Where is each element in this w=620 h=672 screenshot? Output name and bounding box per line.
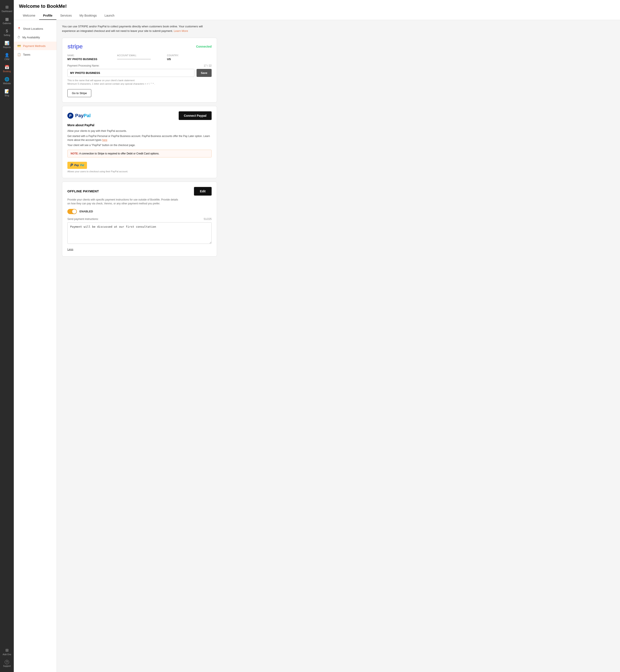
dashboard-icon: ⊞ bbox=[5, 5, 9, 9]
processing-input-row: Save bbox=[67, 69, 212, 77]
offline-header: OFFLINE PAYMENT Edit bbox=[67, 187, 212, 196]
sidebar-item-galleries[interactable]: ▦ Galleries bbox=[0, 15, 14, 27]
booking-icon: 📅 bbox=[4, 65, 9, 69]
instructions-label: Send payment instructions: bbox=[67, 218, 99, 221]
tab-my-bookings[interactable]: My Bookings bbox=[75, 12, 101, 20]
paypal-desc-2: Get started with a PayPal Personal or Pa… bbox=[67, 134, 212, 142]
stripe-header: stripe Connected bbox=[67, 43, 212, 50]
availability-icon: ⏱ bbox=[17, 36, 20, 39]
offline-title: OFFLINE PAYMENT bbox=[67, 189, 99, 193]
stripe-connected-badge: Connected bbox=[196, 45, 212, 48]
left-nav: 📍 Shoot Locations ⏱ My Availability 💳 Pa… bbox=[14, 20, 57, 672]
sidebar-item-addons[interactable]: ⊞ Add-Ons bbox=[0, 646, 14, 658]
sidebar-item-website[interactable]: 🌐 Website bbox=[0, 75, 14, 87]
nav-item-label: Shoot Locations bbox=[23, 27, 43, 30]
intro-text: You can use STRIPE and/or PayPal to coll… bbox=[62, 25, 213, 33]
edit-button[interactable]: Edit bbox=[194, 187, 212, 196]
stripe-country-value: US bbox=[167, 57, 212, 61]
save-button[interactable]: Save bbox=[197, 69, 212, 77]
paypal-subtitle: More about PayPal bbox=[67, 124, 212, 127]
stripe-name-field: NAME: MY PHOTO BUSINESS bbox=[67, 54, 112, 61]
paypal-desc-1: Allow your clients to pay with their Pay… bbox=[67, 129, 212, 133]
processing-name-input[interactable] bbox=[67, 69, 194, 77]
offline-desc: Provide your clients with specific payme… bbox=[67, 198, 179, 205]
tab-launch[interactable]: Launch bbox=[101, 12, 118, 20]
processing-char-count: 17 / 22 bbox=[204, 64, 212, 67]
nav-item-my-availability[interactable]: ⏱ My Availability bbox=[14, 33, 57, 42]
nav-item-taxes[interactable]: 📋 Taxes bbox=[14, 50, 57, 59]
sidebar-item-booking[interactable]: 📅 Booking bbox=[0, 63, 14, 75]
sidebar-item-support[interactable]: ? Support bbox=[0, 658, 14, 669]
instructions-char-count: 51/225 bbox=[204, 218, 212, 221]
crm-icon: 👤 bbox=[4, 53, 9, 57]
sidebar-item-label: Selling bbox=[4, 34, 10, 36]
sidebar: ⊞ Dashboard ▦ Galleries $ Selling 📊 Repo… bbox=[0, 0, 14, 672]
tab-welcome[interactable]: Welcome bbox=[19, 12, 39, 20]
learn-more-link[interactable]: Learn More bbox=[174, 29, 188, 33]
stripe-logo: stripe bbox=[67, 43, 83, 50]
instructions-row: Send payment instructions: 51/225 bbox=[67, 218, 212, 221]
nav-tabs: Welcome Profile Services My Bookings Lau… bbox=[19, 12, 615, 20]
sidebar-item-dashboard[interactable]: ⊞ Dashboard bbox=[0, 3, 14, 15]
sidebar-item-selling[interactable]: $ Selling bbox=[0, 27, 14, 39]
galleries-icon: ▦ bbox=[5, 17, 9, 21]
stripe-fields: NAME: MY PHOTO BUSINESS Account email: —… bbox=[67, 54, 212, 61]
addons-icon: ⊞ bbox=[5, 648, 9, 653]
paypal-note-box: NOTE: A connection to Stripe is required… bbox=[67, 150, 212, 157]
stripe-hint-text: This is the name that will appear on you… bbox=[67, 79, 212, 86]
stripe-email-value: ————————————— bbox=[117, 57, 162, 60]
sidebar-item-reports[interactable]: 📊 Reports bbox=[0, 39, 14, 51]
paypal-header: P PayPal Connect Paypal bbox=[67, 111, 212, 120]
stripe-card: stripe Connected NAME: MY PHOTO BUSINESS… bbox=[62, 38, 217, 102]
support-icon: ? bbox=[5, 660, 9, 664]
stripe-name-value: MY PHOTO BUSINESS bbox=[67, 57, 112, 61]
tab-services[interactable]: Services bbox=[56, 12, 76, 20]
offline-payment-card: OFFLINE PAYMENT Edit Provide your client… bbox=[62, 182, 217, 256]
stripe-name-label: NAME: bbox=[67, 54, 112, 57]
shoot-locations-icon: 📍 bbox=[17, 27, 21, 30]
nav-item-shoot-locations[interactable]: 📍 Shoot Locations bbox=[14, 25, 57, 33]
enabled-toggle[interactable] bbox=[67, 209, 77, 214]
note-label: NOTE: bbox=[70, 152, 79, 155]
connect-paypal-button[interactable]: Connect Paypal bbox=[179, 111, 212, 120]
stripe-email-label: Account email: bbox=[117, 54, 162, 57]
website-icon: 🌐 bbox=[4, 77, 9, 82]
sidebar-item-blog[interactable]: 📝 Blog bbox=[0, 87, 14, 99]
paypal-here-link[interactable]: here bbox=[102, 139, 107, 142]
tab-profile[interactable]: Profile bbox=[39, 12, 56, 20]
nav-item-payment-methods[interactable]: 💳 Payment Methods bbox=[14, 42, 57, 50]
note-text: A connection to Stripe is required to of… bbox=[79, 152, 159, 155]
stripe-country-label: Country: bbox=[167, 54, 212, 57]
paypal-logo: P PayPal bbox=[67, 113, 91, 119]
toggle-label: ENABLED bbox=[80, 210, 93, 213]
sidebar-item-label: Add-Ons bbox=[3, 653, 11, 656]
less-link[interactable]: Less bbox=[67, 248, 73, 251]
paypal-desc-3: Your client will see a "PayPal" button o… bbox=[67, 143, 212, 147]
blog-icon: 📝 bbox=[4, 89, 9, 94]
nav-item-label: Payment Methods bbox=[23, 44, 46, 48]
paypal-button-preview-area: P PayPal Allows your users to checkout u… bbox=[67, 160, 212, 173]
taxes-icon: 📋 bbox=[17, 53, 21, 56]
stripe-country-field: Country: US bbox=[167, 54, 212, 61]
paypal-text: PayPal bbox=[75, 113, 91, 118]
header: Welcome to BookMe! Welcome Profile Servi… bbox=[14, 0, 620, 20]
sidebar-item-label: Blog bbox=[5, 94, 9, 97]
toggle-row: ENABLED bbox=[67, 209, 212, 214]
sidebar-item-crm[interactable]: 👤 CRM bbox=[0, 51, 14, 63]
content-area: 📍 Shoot Locations ⏱ My Availability 💳 Pa… bbox=[14, 20, 620, 672]
reports-icon: 📊 bbox=[4, 41, 9, 45]
processing-name-label: Payment Processing Name: bbox=[67, 64, 99, 67]
sidebar-item-label: Reports bbox=[3, 46, 10, 48]
svg-text:P: P bbox=[69, 114, 71, 117]
nav-item-label: My Availability bbox=[22, 36, 40, 39]
sidebar-item-label: Galleries bbox=[3, 22, 11, 25]
paypal-card: P PayPal Connect Paypal More about PayPa… bbox=[62, 106, 217, 178]
right-content: You can use STRIPE and/or PayPal to coll… bbox=[57, 20, 620, 672]
sidebar-item-label: Website bbox=[3, 82, 11, 85]
instructions-textarea[interactable]: Payment will be discussed at our first c… bbox=[67, 222, 212, 244]
nav-item-label: Taxes bbox=[23, 53, 30, 56]
main-content: Welcome to BookMe! Welcome Profile Servi… bbox=[14, 0, 620, 672]
go-to-stripe-button[interactable]: Go to Stripe bbox=[67, 89, 91, 97]
paypal-checkout-button: P PayPal bbox=[67, 162, 87, 169]
page-title: Welcome to BookMe! bbox=[19, 3, 615, 9]
